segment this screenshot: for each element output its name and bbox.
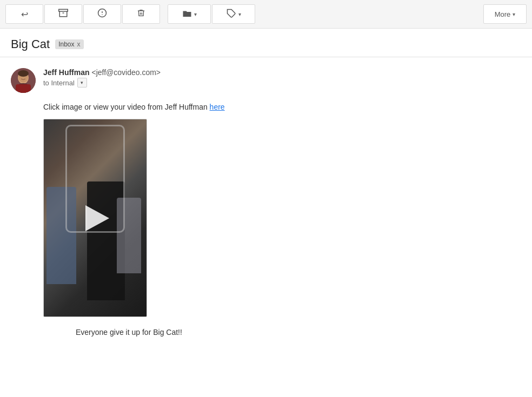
label-icon <box>227 9 236 20</box>
reply-icon: ↩ <box>21 9 28 19</box>
to-dropdown-arrow: ▾ <box>81 80 83 85</box>
avatar <box>11 68 36 93</box>
email-body: Click image or view your video from Jeff… <box>11 103 521 337</box>
play-button <box>79 202 111 234</box>
video-thumbnail[interactable] <box>43 119 147 317</box>
email-header: Jeff Huffman <jeff@covideo.com> to Inter… <box>11 68 521 93</box>
email-container: Jeff Huffman <jeff@covideo.com> to Inter… <box>0 57 532 355</box>
reply-button[interactable]: ↩ <box>5 4 43 24</box>
more-label: More <box>495 10 511 18</box>
sender-name-line: Jeff Huffman <jeff@covideo.com> <box>43 68 161 77</box>
subject-area: Big Cat Inbox x <box>0 29 532 57</box>
svg-point-11 <box>18 70 29 77</box>
more-dropdown-arrow: ▾ <box>513 11 515 17</box>
svg-rect-9 <box>16 84 31 93</box>
delete-button[interactable] <box>122 4 160 24</box>
footer-text: Everyone give it up for Big Cat!! <box>43 328 521 337</box>
body-text-content: Click image or view your video from Jeff… <box>43 103 210 111</box>
label-button[interactable]: ▾ <box>212 4 255 24</box>
svg-rect-0 <box>59 9 68 11</box>
sender-name: Jeff Huffman <box>43 68 90 77</box>
email-subject: Big Cat <box>11 37 50 51</box>
archive-icon <box>58 8 68 20</box>
trash-icon <box>137 8 145 20</box>
inbox-badge: Inbox x <box>55 39 83 49</box>
to-internal-label: to Internal <box>43 79 75 87</box>
inbox-badge-close[interactable]: x <box>77 41 81 48</box>
here-link[interactable]: here <box>210 103 225 111</box>
spam-button[interactable] <box>83 4 121 24</box>
archive-button[interactable] <box>44 4 82 24</box>
spam-icon <box>97 8 107 20</box>
sender-info: Jeff Huffman <jeff@covideo.com> to Inter… <box>43 68 161 88</box>
to-dropdown-button[interactable]: ▾ <box>77 78 87 88</box>
play-triangle <box>85 205 109 231</box>
svg-point-4 <box>102 14 103 15</box>
to-line: to Internal ▾ <box>43 78 161 88</box>
body-text: Click image or view your video from Jeff… <box>43 103 521 111</box>
sender-email: <jeff@covideo.com> <box>91 68 161 77</box>
move-to-button[interactable]: ▾ <box>168 4 211 24</box>
label-dropdown-arrow: ▾ <box>238 11 241 17</box>
move-dropdown-arrow: ▾ <box>194 11 197 17</box>
toolbar: ↩ <box>0 0 532 29</box>
folder-icon <box>182 9 192 19</box>
inbox-badge-label: Inbox <box>58 41 74 48</box>
more-button[interactable]: More ▾ <box>483 4 527 24</box>
